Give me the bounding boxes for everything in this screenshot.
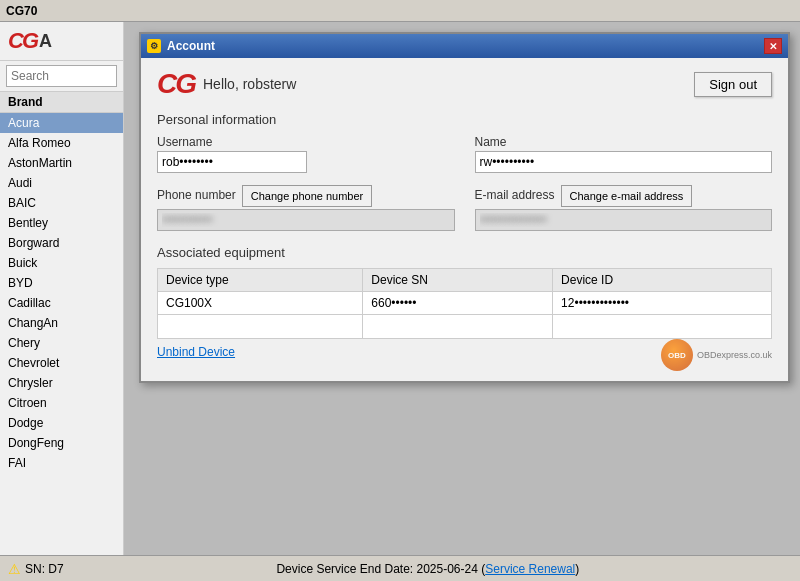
dialog-icon: ⚙	[147, 39, 161, 53]
sidebar-item-alfa-romeo[interactable]: Alfa Romeo	[0, 133, 123, 153]
watermark-text: OBDexpress.co.uk	[697, 350, 772, 360]
sidebar-item-baic[interactable]: BAIC	[0, 193, 123, 213]
change-phone-button[interactable]: Change phone number	[242, 185, 373, 207]
sn-label: SN: D7	[25, 562, 64, 576]
watermark-icon: OBD	[661, 339, 693, 371]
equipment-table: Device type Device SN Device ID CG100X 6…	[157, 268, 772, 339]
sidebar-item-bentley[interactable]: Bentley	[0, 213, 123, 233]
sidebar-item-dongfeng[interactable]: DongFeng	[0, 433, 123, 453]
phone-input[interactable]	[157, 209, 455, 231]
title-bar: CG70	[0, 0, 800, 22]
sidebar-item-byd[interactable]: BYD	[0, 273, 123, 293]
sidebar-item-dodge[interactable]: Dodge	[0, 413, 123, 433]
sidebar-section-label: Brand	[0, 92, 123, 113]
account-dialog: ⚙ Account ✕ CG Hello, robsterw Sign out	[139, 32, 790, 383]
watermark: OBD OBDexpress.co.uk	[661, 339, 772, 371]
personal-info-title: Personal information	[157, 112, 772, 127]
name-input[interactable]	[475, 151, 773, 173]
name-field-group: Name	[475, 135, 773, 173]
greeting-text: Hello, robsterw	[203, 76, 296, 92]
sign-out-button[interactable]: Sign out	[694, 72, 772, 97]
service-text: Device Service End Date: 2025-06-24 (	[276, 562, 485, 576]
empty-cell-2	[363, 315, 553, 339]
app-window: CG70 CG A Brand Acura Alfa Romeo AstonMa…	[0, 0, 800, 581]
change-email-button[interactable]: Change e-mail address	[561, 185, 693, 207]
email-label-row: E-mail address Change e-mail address	[475, 185, 773, 207]
email-field-group: E-mail address Change e-mail address	[475, 185, 773, 231]
email-input[interactable]	[475, 209, 773, 231]
service-text-end: )	[575, 562, 579, 576]
unbind-device-link[interactable]: Unbind Device	[157, 345, 235, 359]
col-device-type: Device type	[158, 269, 363, 292]
table-row: CG100X 660•••••• 12•••••••••••••	[158, 292, 772, 315]
phone-label: Phone number	[157, 188, 236, 202]
sidebar-item-changan[interactable]: ChangAn	[0, 313, 123, 333]
sidebar-list: Acura Alfa Romeo AstonMartin Audi BAIC B…	[0, 113, 123, 555]
app-title: CG70	[6, 4, 37, 18]
sidebar-item-borgward[interactable]: Borgward	[0, 233, 123, 253]
sidebar-item-cadillac[interactable]: Cadillac	[0, 293, 123, 313]
device-id-cell: 12•••••••••••••	[553, 292, 772, 315]
device-type-cell: CG100X	[158, 292, 363, 315]
sidebar-item-fai[interactable]: FAI	[0, 453, 123, 473]
username-label: Username	[157, 135, 455, 149]
dialog-body: CG Hello, robsterw Sign out Personal inf…	[141, 58, 788, 381]
sidebar-item-citroen[interactable]: Citroen	[0, 393, 123, 413]
empty-cell-1	[158, 315, 363, 339]
dialog-header-left: CG Hello, robsterw	[157, 70, 296, 98]
sidebar-item-buick[interactable]: Buick	[0, 253, 123, 273]
app-body: CG A Brand Acura Alfa Romeo AstonMartin …	[0, 22, 800, 555]
name-label: Name	[475, 135, 773, 149]
app-logo: CG	[8, 28, 37, 54]
sidebar-item-astonmartin[interactable]: AstonMartin	[0, 153, 123, 173]
email-label: E-mail address	[475, 188, 555, 202]
status-bar-center: Device Service End Date: 2025-06-24 (Ser…	[64, 562, 792, 576]
phone-label-row: Phone number Change phone number	[157, 185, 455, 207]
sidebar: CG A Brand Acura Alfa Romeo AstonMartin …	[0, 22, 124, 555]
personal-info-grid: Username Name	[157, 135, 772, 173]
username-input[interactable]	[157, 151, 307, 173]
dialog-title-bar: ⚙ Account ✕	[141, 34, 788, 58]
table-row-empty	[158, 315, 772, 339]
sidebar-search-container	[0, 61, 123, 92]
sidebar-item-chevrolet[interactable]: Chevrolet	[0, 353, 123, 373]
sidebar-item-chery[interactable]: Chery	[0, 333, 123, 353]
sidebar-item-chrysler[interactable]: Chrysler	[0, 373, 123, 393]
col-device-sn: Device SN	[363, 269, 553, 292]
dialog-title: Account	[167, 39, 764, 53]
device-sn-cell: 660••••••	[363, 292, 553, 315]
sidebar-item-audi[interactable]: Audi	[0, 173, 123, 193]
sidebar-item-acura[interactable]: Acura	[0, 113, 123, 133]
phone-field-group: Phone number Change phone number	[157, 185, 455, 231]
app-logo-suffix: A	[39, 31, 52, 52]
dialog-cg-logo: CG	[157, 70, 195, 98]
username-field-group: Username	[157, 135, 455, 173]
status-bar-sn: ⚠ SN: D7	[8, 561, 64, 577]
empty-cell-3	[553, 315, 772, 339]
col-device-id: Device ID	[553, 269, 772, 292]
dialog-close-button[interactable]: ✕	[764, 38, 782, 54]
sidebar-logo: CG A	[0, 22, 123, 61]
status-bar: ⚠ SN: D7 Device Service End Date: 2025-0…	[0, 555, 800, 581]
phone-email-grid: Phone number Change phone number E-mail …	[157, 185, 772, 231]
username-field-row	[157, 151, 455, 173]
dialog-header: CG Hello, robsterw Sign out	[157, 70, 772, 98]
service-renewal-link[interactable]: Service Renewal	[485, 562, 575, 576]
warning-icon: ⚠	[8, 561, 21, 577]
search-input[interactable]	[6, 65, 117, 87]
personal-info-section: Personal information Username Name	[157, 112, 772, 231]
name-field-row	[475, 151, 773, 173]
main-content: ⚙ Account ✕ CG Hello, robsterw Sign out	[124, 22, 800, 555]
equipment-title: Associated equipment	[157, 245, 772, 260]
